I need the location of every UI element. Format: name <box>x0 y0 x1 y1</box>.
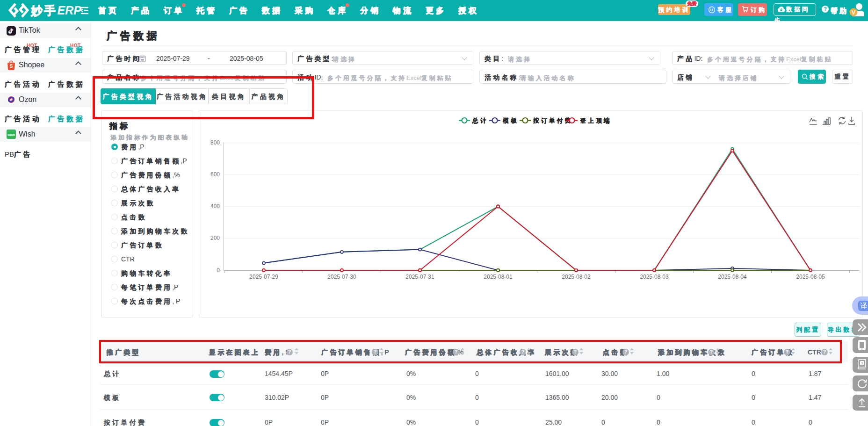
svg-text:2025-08-03: 2025-08-03 <box>640 274 669 280</box>
svg-text:登上顶端: 登上顶端 <box>580 117 612 124</box>
svg-text:?: ? <box>861 361 863 366</box>
svg-text:2025-08-01: 2025-08-01 <box>484 274 513 280</box>
svg-text:总计: 总计 <box>472 117 488 124</box>
svg-text:400: 400 <box>210 203 220 209</box>
svg-text:模板: 模板 <box>502 117 519 124</box>
svg-text:600: 600 <box>210 171 220 178</box>
svg-text:0: 0 <box>217 267 220 274</box>
svg-text:2025-08-02: 2025-08-02 <box>562 274 591 280</box>
svg-text:2025-08-04: 2025-08-04 <box>718 274 747 280</box>
svg-text:V: V <box>852 9 856 16</box>
svg-text:wish: wish <box>7 133 15 137</box>
svg-text:2025-07-29: 2025-07-29 <box>249 274 278 280</box>
svg-text:2025-08-05: 2025-08-05 <box>796 274 825 280</box>
svg-text:2025-07-31: 2025-07-31 <box>405 274 434 280</box>
svg-text:S: S <box>10 64 13 69</box>
svg-text:2025-07-30: 2025-07-30 <box>327 274 356 280</box>
svg-text:200: 200 <box>210 235 220 241</box>
svg-text:800: 800 <box>210 139 220 146</box>
